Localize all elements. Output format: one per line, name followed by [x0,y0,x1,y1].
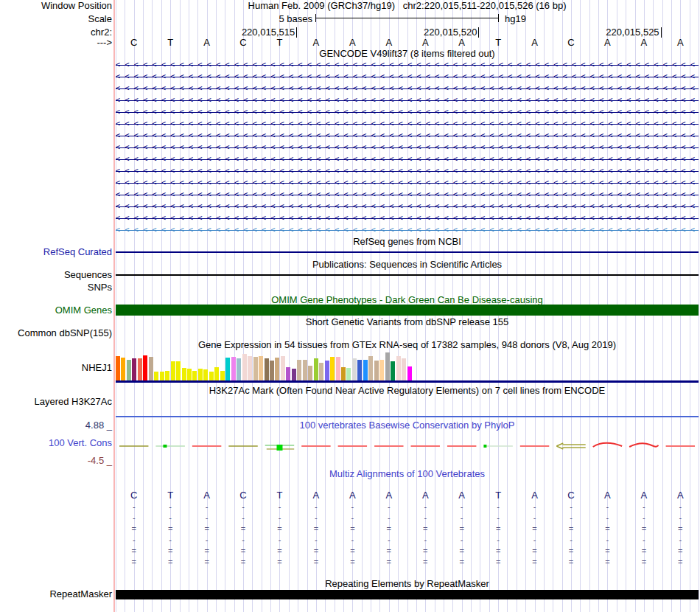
strand-arrows: <<<<<<<<<<<<<<<<<<<<<<<<<<<<<<<<<<<<<<<<… [116,143,699,151]
omim-genes-label[interactable]: OMIM Genes [55,305,112,316]
strand-arrows: <<<<<<<<<<<<<<<<<<<<<<<<<<<<<<<<<<<<<<<<… [116,108,699,116]
expression-bar [209,372,214,380]
alignment-mark: - [480,512,516,523]
expression-bar [368,356,373,380]
alignment-mark: = [626,524,662,534]
gene-transcript-row[interactable]: <<<<<<<<<<<<<<<<<<<<<<<<<<<<<<<<<<<<<<<<… [116,59,699,71]
alignment-mark: = [116,557,152,567]
sequences-track[interactable] [116,274,699,276]
phylop-mark [483,445,486,448]
strand-arrows: <<<<<<<<<<<<<<<<<<<<<<<<<<<<<<<<<<<<<<<<… [116,72,699,80]
expression-bar [160,372,164,380]
position-title: Human Feb. 2009 (GRCh37/hg19) chr2:220,0… [116,1,699,11]
expression-bar [297,360,301,380]
expression-bar [231,357,236,380]
alignment-mark: = [553,546,589,556]
expression-bar [286,367,290,380]
alignment-mark: = [116,524,152,534]
expression-bar [176,361,181,380]
gene-transcript-row[interactable]: <<<<<<<<<<<<<<<<<<<<<<<<<<<<<<<<<<<<<<<<… [116,94,699,106]
alignment-mark: - [589,501,626,512]
alignment-mark: - [553,512,589,523]
alignment-row: ================ [116,524,699,534]
expression-bar [379,360,384,380]
gene-transcript-row[interactable]: <<<<<<<<<<<<<<<<<<<<<<<<<<<<<<<<<<<<<<<<… [116,118,699,130]
repeatmasker-track[interactable] [116,590,699,599]
base-letter: A [298,38,334,48]
h3k27ac-title: H3K27Ac Mark (Often Found Near Active Re… [116,386,699,396]
expression-bar [292,369,296,380]
strand-arrow-label: ---> [97,38,112,48]
gene-transcript-row[interactable]: <<<<<<<<<<<<<<<<<<<<<<<<<<<<<<<<<<<<<<<<… [116,106,699,118]
base-letter: C [225,38,261,48]
aligned-base: A [626,490,662,501]
alignment-mark: = [407,557,444,567]
alignment-mark: - [589,512,626,523]
base-letter: C [553,38,589,48]
alignment-mark: - [444,535,480,545]
scale-label: Scale [88,14,112,24]
aligned-base: A [662,490,699,501]
expression-bar [319,363,323,380]
alignment-mark: = [480,557,516,567]
refseq-curated-label[interactable]: RefSeq Curated [43,247,112,257]
expression-bar [341,367,346,380]
alignment-mark: = [371,546,407,556]
alignment-mark: = [553,524,589,534]
refseq-curated-track[interactable] [116,251,699,253]
alignment-mark: = [407,546,444,556]
alignment-mark: = [371,557,407,567]
refseq-title: RefSeq genes from NCBI [116,237,699,247]
omim-genes-track[interactable] [116,305,699,316]
h3k27ac-track[interactable] [116,416,699,417]
alignment-mark: = [589,524,626,534]
gtex-gene-label[interactable]: NHEJ1 [82,363,112,373]
alignment-mark: - [262,512,298,523]
gene-transcript-row[interactable]: <<<<<<<<<<<<<<<<<<<<<<<<<<<<<<<<<<<<<<<<… [116,142,699,153]
alignment-mark: - [335,501,371,512]
alignment-mark: = [152,524,188,534]
expression-bar [237,358,241,380]
alignment-row: CTACTAAAAATACAAA [116,490,699,501]
gene-transcript-row[interactable]: <<<<<<<<<<<<<<<<<<<<<<<<<<<<<<<<<<<<<<<<… [116,212,699,224]
alignment-mark: - [517,512,553,523]
gene-transcript-row[interactable]: <<<<<<<<<<<<<<<<<<<<<<<<<<<<<<<<<<<<<<<<… [116,71,699,83]
expression-bar [336,357,340,380]
alignment-mark: - [480,501,516,512]
alignment-mark: - [553,501,589,512]
alignment-mark: = [517,557,553,567]
alignment-mark: = [225,557,261,567]
gene-transcript-row[interactable]: <<<<<<<<<<<<<<<<<<<<<<<<<<<<<<<<<<<<<<<<… [116,201,699,212]
repeatmasker-label[interactable]: RepeatMasker [49,589,112,599]
gene-transcript-row[interactable]: <<<<<<<<<<<<<<<<<<<<<<<<<<<<<<<<<<<<<<<<… [116,177,699,189]
scale-length-label: 5 bases [279,14,312,24]
sequences-label[interactable]: Sequences [64,270,112,280]
gene-transcript-row[interactable]: <<<<<<<<<<<<<<<<<<<<<<<<<<<<<<<<<<<<<<<<… [116,189,699,201]
alignment-mark: - [152,512,188,523]
aligned-base: A [517,490,553,501]
gene-transcript-row[interactable]: <<<<<<<<<<<<<<<<<<<<<<<<<<<<<<<<<<<<<<<<… [116,224,699,236]
alignment-mark: - [262,535,298,545]
alignment-mark: = [262,546,298,556]
alignment-row: ---------------- [116,535,699,545]
gene-transcript-row[interactable]: <<<<<<<<<<<<<<<<<<<<<<<<<<<<<<<<<<<<<<<<… [116,153,699,165]
expression-bar [363,360,368,380]
dna-bases-row: CTACTAAAAATACAAA [116,38,699,48]
strand-arrows: <<<<<<<<<<<<<<<<<<<<<<<<<<<<<<<<<<<<<<<<… [116,96,699,104]
aligned-base: T [152,490,188,501]
aligned-base: C [553,490,589,501]
alignment-mark: - [225,501,261,512]
gene-transcript-row[interactable]: <<<<<<<<<<<<<<<<<<<<<<<<<<<<<<<<<<<<<<<<… [116,130,699,142]
gtex-title: Gene Expression in 54 tissues from GTEx … [116,340,699,350]
h3k27ac-label[interactable]: Layered H3K27Ac [34,397,112,407]
alignment-mark: - [371,512,407,523]
expression-bar [116,356,120,380]
base-letter: T [152,38,188,48]
phylop-conservation-track[interactable] [116,437,699,459]
gene-transcript-row[interactable]: <<<<<<<<<<<<<<<<<<<<<<<<<<<<<<<<<<<<<<<<… [116,83,699,94]
gene-transcript-row[interactable]: <<<<<<<<<<<<<<<<<<<<<<<<<<<<<<<<<<<<<<<<… [116,165,699,177]
common-dbsnp-label[interactable]: Common dbSNP(155) [18,328,112,338]
alignment-mark: = [225,524,261,534]
snps-label[interactable]: SNPs [88,282,112,293]
phylop-track-label[interactable]: 100 Vert. Cons [49,438,112,448]
